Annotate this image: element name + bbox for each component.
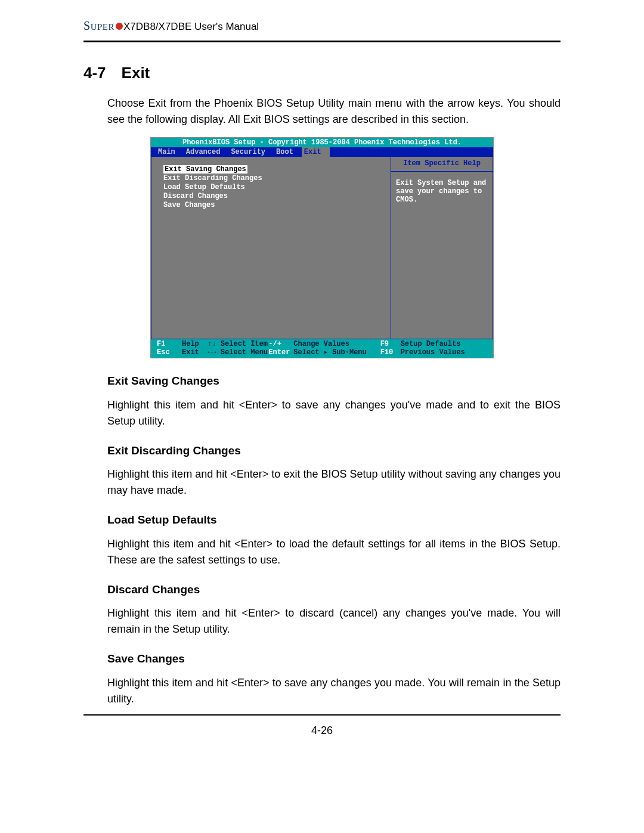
bios-option-list: Exit Saving Changes Exit Discarding Chan… — [151, 157, 391, 339]
bios-help-header: Item Specific Help — [391, 157, 493, 172]
bios-tab-exit[interactable]: Exit — [302, 147, 330, 157]
bios-key: Enter — [268, 348, 293, 357]
manual-page: SUPER X7DB8/X7DBE User's Manual 4-7Exit … — [0, 0, 644, 757]
bios-key: F10 — [380, 348, 401, 357]
bios-title-bar: PhoenixBIOS Setup - Copyright 1985-2004 … — [151, 138, 493, 147]
bios-footer: F1 Help ↑↓ Select Item -/+ Change Values… — [151, 339, 493, 358]
bios-tab-boot[interactable]: Boot — [274, 147, 302, 157]
bios-screenshot: PhoenixBIOS Setup - Copyright 1985-2004 … — [150, 137, 494, 358]
item-body: Highlight this item and hit <Enter> to d… — [83, 605, 561, 637]
bios-tab-main[interactable]: Main — [156, 147, 184, 157]
bios-key: F1 — [157, 340, 182, 348]
section-intro: Choose Exit from the Phoenix BIOS Setup … — [83, 95, 561, 128]
bios-key-desc: Change Values — [293, 340, 380, 348]
bios-body: Exit Saving Changes Exit Discarding Chan… — [151, 157, 493, 339]
bios-option[interactable]: Load Setup Defaults — [163, 183, 379, 191]
item-heading: Exit Discarding Changes — [107, 442, 561, 460]
item-body: Highlight this item and hit <Enter> to s… — [83, 675, 561, 707]
brand-dot-icon — [116, 23, 123, 30]
footer-rule — [83, 714, 561, 716]
bios-key-desc: Exit ←→ Select Menu — [182, 348, 268, 357]
bios-help-pane: Item Specific Help Exit System Setup and… — [391, 157, 493, 339]
brand-big-s: S — [83, 19, 91, 32]
item-heading: Save Changes — [107, 651, 561, 668]
bios-key: -/+ — [268, 340, 293, 348]
bios-option[interactable]: Exit Saving Changes — [163, 165, 247, 174]
model-title: X7DB8/X7DBE User's Manual — [123, 19, 259, 35]
bios-option[interactable]: Save Changes — [163, 201, 379, 209]
bios-tab-advanced[interactable]: Advanced — [184, 147, 229, 157]
brand-logo-text: SUPER — [83, 17, 114, 35]
bios-key-desc: Setup Defaults — [401, 340, 487, 348]
bios-help-body: Exit System Setup and save your changes … — [391, 172, 493, 211]
item-heading: Exit Saving Changes — [107, 373, 561, 390]
page-number: 4-26 — [83, 723, 561, 739]
bios-key-desc: Previous Values — [401, 348, 487, 357]
item-body: Highlight this item and hit <Enter> to s… — [83, 397, 561, 429]
bios-tab-bar: Main Advanced Security Boot Exit — [151, 147, 493, 157]
bios-key-desc: Select ▸ Sub-Menu — [293, 348, 380, 357]
bios-key: Esc — [157, 348, 182, 357]
bios-key: F9 — [380, 340, 401, 348]
item-heading: Load Setup Defaults — [107, 512, 561, 529]
section-number: 4-7 — [83, 64, 106, 82]
header-rule — [83, 41, 561, 42]
section-heading: 4-7Exit — [83, 61, 561, 85]
brand-rest: UPER — [91, 22, 114, 32]
item-body: Highlight this item and hit <Enter> to e… — [83, 466, 561, 498]
bios-option[interactable]: Discard Changes — [163, 192, 379, 200]
bios-option[interactable]: Exit Discarding Changes — [163, 174, 379, 182]
item-body: Highlight this item and hit <Enter> to l… — [83, 536, 561, 568]
bios-tab-security[interactable]: Security — [228, 147, 274, 157]
running-header: SUPER X7DB8/X7DBE User's Manual — [83, 17, 561, 38]
bios-key-desc: Help ↑↓ Select Item — [182, 340, 268, 348]
item-heading: Discard Changes — [107, 581, 561, 599]
section-title: Exit — [122, 64, 150, 82]
